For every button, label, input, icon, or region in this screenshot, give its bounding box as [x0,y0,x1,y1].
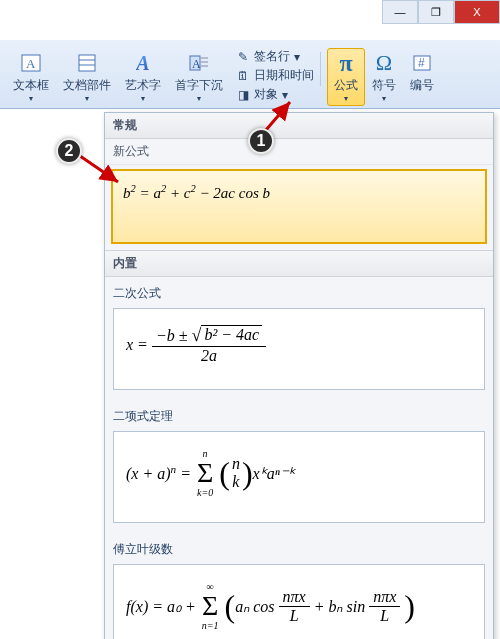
wordart-button[interactable]: A 艺术字 ▾ [118,48,168,106]
quad-radicand: b² − 4ac [201,325,262,344]
svg-line-12 [266,102,290,130]
dropcap-button[interactable]: A 首字下沉 ▾ [168,48,230,106]
datetime-label: 日期和时间 [254,67,314,84]
ribbon: A 文本框 ▾ 文档部件 ▾ A 艺术字 ▾ A 首字下沉 ▾ ✎ 签名行 ▾ … [0,40,500,109]
docparts-label: 文档部件 [63,77,111,94]
chevron-down-icon: ▾ [344,94,348,103]
textbox-button[interactable]: A 文本框 ▾ [6,48,56,106]
signature-icon: ✎ [236,50,250,64]
svg-text:#: # [418,56,425,70]
omega-icon: Ω [372,51,396,75]
fourier-frac-a: nπx L [279,588,310,625]
binom-lhs: (x + a)n = [126,463,191,483]
binomial-item[interactable]: (x + a)n = n Σ k=0 ( n k ) xᵏaⁿ⁻ᵏ [113,431,485,523]
annotation-step-1: 1 [248,128,274,154]
binom-coeff: n k [232,455,240,491]
chevron-down-icon: ▾ [85,94,89,103]
number-button[interactable]: # 编号 [403,48,441,97]
quadratic-item[interactable]: x = −b ± √b² − 4ac 2a [113,308,485,390]
wordart-label: 艺术字 [125,77,161,94]
quad-den: 2a [197,347,221,365]
fourier-frac-b: nπx L [369,588,400,625]
maximize-button[interactable]: ❐ [418,0,454,24]
calendar-icon: 🗓 [236,69,250,83]
number-icon: # [410,51,434,75]
svg-line-13 [80,156,118,182]
dropcap-label: 首字下沉 [175,77,223,94]
fourier-term-a: aₙ cos [235,597,274,616]
svg-rect-2 [79,55,95,71]
builtin-list: 内置 二次公式 x = −b ± √b² − 4ac 2a 二项式定理 (x +… [105,250,493,639]
quad-num-prefix: −b ± [156,327,192,344]
new-equation-item[interactable]: b2 = a2 + c2 − 2ac cos b [111,169,487,244]
rparen-icon: ) [404,598,415,614]
annotation-step-2: 2 [56,138,82,164]
symbol-button[interactable]: Ω 符号 ▾ [365,48,403,106]
binomial-title: 二项式定理 [105,400,493,429]
close-button[interactable]: X [454,0,500,24]
wordart-icon: A [131,51,155,75]
rparen-icon: ) [242,465,253,481]
lparen-icon: ( [225,598,236,614]
fourier-item[interactable]: f(x) = a₀ + ∞ Σ n=1 ( aₙ cos nπx L + bₙ … [113,564,485,639]
equation-label: 公式 [334,77,358,94]
fourier-term-b: + bₙ sin [314,597,365,616]
signature-button[interactable]: ✎ 签名行 ▾ [236,48,314,65]
object-icon: ◨ [236,88,250,102]
equation-dropdown: 常规 新公式 b2 = a2 + c2 − 2ac cos b 内置 二次公式 … [104,112,494,639]
quadratic-lhs: x = [126,336,148,354]
sigma-icon: n Σ k=0 [197,448,213,498]
signature-label: 签名行 [254,48,290,65]
textbox-icon: A [19,51,43,75]
minimize-button[interactable]: — [382,0,418,24]
symbol-label: 符号 [372,77,396,94]
fourier-title: 傅立叶级数 [105,533,493,562]
chevron-down-icon: ▾ [29,94,33,103]
quadratic-fraction: −b ± √b² − 4ac 2a [152,325,266,365]
datetime-button[interactable]: 🗓 日期和时间 [236,67,314,84]
fourier-lhs: f(x) = a₀ + [126,597,196,616]
chevron-down-icon: ▾ [294,50,300,64]
equation-preview-new: b2 = a2 + c2 − 2ac cos b [123,185,270,201]
builtin-header: 内置 [105,250,493,277]
pi-icon: π [334,51,358,75]
separator [320,52,321,86]
svg-text:A: A [26,56,36,71]
lparen-icon: ( [219,465,230,481]
docparts-button[interactable]: 文档部件 ▾ [56,48,118,106]
window-controls: — ❐ X [382,0,500,24]
number-label: 编号 [410,77,434,94]
chevron-down-icon: ▾ [382,94,386,103]
arrow-icon [76,152,126,192]
svg-text:A: A [192,57,201,71]
equation-button[interactable]: π 公式 ▾ [327,48,365,106]
dropcap-icon: A [187,51,211,75]
quadratic-title: 二次公式 [105,277,493,306]
chevron-down-icon: ▾ [197,94,201,103]
chevron-down-icon: ▾ [141,94,145,103]
binom-tail: xᵏaⁿ⁻ᵏ [253,464,295,483]
textbox-label: 文本框 [13,77,49,94]
docparts-icon [75,51,99,75]
sigma-icon: ∞ Σ n=1 [202,581,219,631]
new-equation-header: 新公式 [105,139,493,165]
